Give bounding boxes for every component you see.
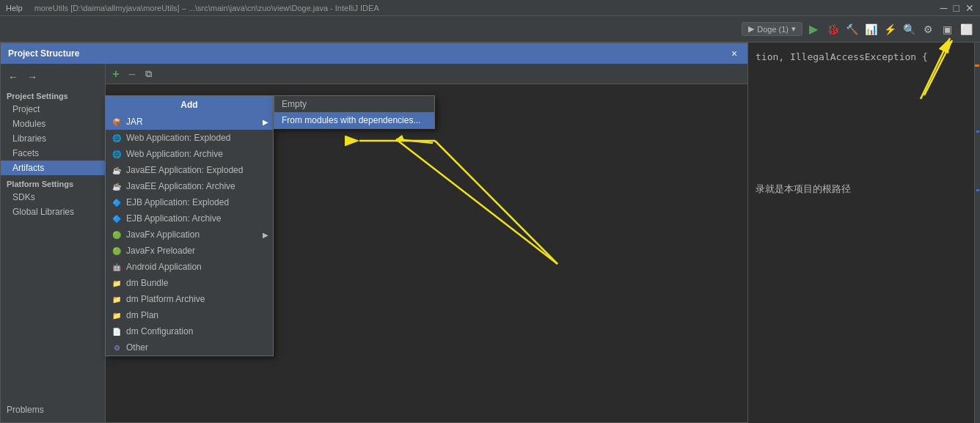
menu-item-dm-platform-label: dm Platform Archive xyxy=(126,294,205,304)
menu-item-javafx-preloader[interactable]: 🟢 JavaFx Preloader xyxy=(106,243,273,259)
editor-line-1: tion, IllegalAccessException { xyxy=(756,50,973,65)
ejb-archive-icon: 🔷 xyxy=(111,213,122,224)
javafx-app-icon: 🟢 xyxy=(111,229,122,240)
menu-item-dm-config[interactable]: 📄 dm Configuration xyxy=(106,323,273,339)
menu-item-dm-plan-label: dm Plan xyxy=(126,310,158,320)
javaee-archive-icon: ☕ xyxy=(111,181,122,191)
menu-item-dm-bundle-label: dm Bundle xyxy=(126,278,168,288)
artifacts-toolbar: + – ⧉ xyxy=(106,64,747,84)
run-button[interactable]: ▶ xyxy=(805,21,822,37)
run-config-chevron: ▾ xyxy=(791,24,796,34)
code-text-1: tion, IllegalAccessException { xyxy=(756,51,928,62)
search-everywhere-button[interactable]: 🔍 xyxy=(901,21,917,37)
other-icon: ⚙ xyxy=(111,342,122,353)
gutter-mark-3 xyxy=(976,189,979,191)
add-artifact-button[interactable]: + xyxy=(109,67,123,81)
menu-item-android-app[interactable]: 🤖 Android Application xyxy=(106,259,273,275)
menu-item-other[interactable]: ⚙ Other xyxy=(106,339,273,356)
submenu-empty[interactable]: Empty xyxy=(274,96,434,112)
dialog-titlebar: Project Structure × xyxy=(1,43,747,64)
gutter-mark-1 xyxy=(975,65,979,67)
editor-content: tion, IllegalAccessException { 录就是本项目的根路… xyxy=(748,43,980,204)
build-button[interactable]: 🔨 xyxy=(844,21,860,37)
remove-artifact-button[interactable]: – xyxy=(125,67,139,81)
sidebar-item-modules[interactable]: Modules xyxy=(1,117,105,131)
submenu-from-modules[interactable]: From modules with dependencies... xyxy=(274,112,434,128)
sidebar-item-libraries[interactable]: Libraries xyxy=(1,131,105,146)
title-bar: Help moreUtils [D:\daima\allmyjava\moreU… xyxy=(0,0,980,16)
jar-submenu: Empty From modules with dependencies... xyxy=(274,95,435,129)
dm-platform-icon: 📁 xyxy=(111,294,122,304)
coverage-button[interactable]: 📊 xyxy=(863,21,879,37)
maximize-btn[interactable]: □ xyxy=(954,2,959,14)
gutter-mark-2 xyxy=(976,130,979,133)
android-app-icon: 🤖 xyxy=(111,262,122,272)
add-menu: Add 📦 JAR ▶ 🌐 Web Application: Exploded … xyxy=(105,95,274,356)
menu-item-dm-config-label: dm Configuration xyxy=(126,326,193,336)
menu-item-ejb-archive-label: EJB Application: Archive xyxy=(126,213,221,224)
project-sidebar: ← → Project Settings Project Modules Lib… xyxy=(1,64,106,422)
menu-item-javafx-preloader-label: JavaFx Preloader xyxy=(126,246,195,256)
menu-item-dm-plan[interactable]: 📁 dm Plan xyxy=(106,307,273,323)
menu-item-javaee-exploded[interactable]: ☕ JavaEE Application: Exploded xyxy=(106,162,273,178)
web-exploded-icon: 🌐 xyxy=(111,133,122,143)
sidebar-item-global-libraries[interactable]: Global Libraries xyxy=(1,205,105,219)
run-config-label: Doge (1) xyxy=(757,25,789,34)
sidebar-item-project[interactable]: Project xyxy=(1,102,105,117)
sidebar-item-sdks[interactable]: SDKs xyxy=(1,190,105,205)
copy-artifact-button[interactable]: ⧉ xyxy=(141,67,156,81)
menu-item-javaee-archive[interactable]: ☕ JavaEE Application: Archive xyxy=(106,178,273,194)
editor-gutter xyxy=(974,43,980,423)
menu-item-dm-bundle[interactable]: 📁 dm Bundle xyxy=(106,275,273,291)
menu-item-ejb-exploded[interactable]: 🔷 EJB Application: Exploded xyxy=(106,194,273,210)
help-menu[interactable]: Help xyxy=(6,4,23,12)
restore-window-button[interactable]: ⬜ xyxy=(958,21,974,37)
editor-area: tion, IllegalAccessException { 录就是本项目的根路… xyxy=(748,43,980,423)
nav-forward-button[interactable]: → xyxy=(24,70,40,84)
menu-item-web-exploded[interactable]: 🌐 Web Application: Exploded xyxy=(106,130,273,146)
window-title: moreUtils [D:\daima\allmyjava\moreUtils]… xyxy=(34,4,379,12)
menu-item-dm-platform[interactable]: 📁 dm Platform Archive xyxy=(106,291,273,307)
dm-config-icon: 📄 xyxy=(111,326,122,336)
menu-item-jar-label: JAR xyxy=(126,117,143,127)
profile-button[interactable]: ⚡ xyxy=(882,21,898,37)
run-config-icon: ▶ xyxy=(748,24,754,34)
menu-item-android-app-label: Android Application xyxy=(126,262,202,272)
editor-chinese-line: 录就是本项目的根路径 xyxy=(756,182,973,196)
chinese-text: 录就是本项目的根路径 xyxy=(756,183,851,194)
add-menu-header: Add xyxy=(106,96,273,114)
project-settings-label: Project Settings xyxy=(1,87,105,102)
menu-item-javaee-archive-label: JavaEE Application: Archive xyxy=(126,181,235,191)
menu-item-web-exploded-label: Web Application: Exploded xyxy=(126,133,231,143)
jar-submenu-arrow: ▶ xyxy=(263,118,268,126)
menu-item-javafx-app-label: JavaFx Application xyxy=(126,229,200,240)
main-toolbar: ▶ Doge (1) ▾ ▶ 🐞 🔨 📊 ⚡ 🔍 ⚙ ▣ ⬜ xyxy=(0,16,980,43)
menu-item-web-archive[interactable]: 🌐 Web Application: Archive xyxy=(106,146,273,162)
dm-plan-icon: 📁 xyxy=(111,310,122,320)
sidebar-item-problems[interactable]: Problems xyxy=(1,400,106,419)
settings-button[interactable]: ⚙ xyxy=(920,21,936,37)
ejb-exploded-icon: 🔷 xyxy=(111,197,122,207)
run-config-dropdown[interactable]: ▶ Doge (1) ▾ xyxy=(742,22,802,36)
jar-icon: 📦 xyxy=(111,117,122,127)
platform-settings-label: Platform Settings xyxy=(1,175,105,190)
dialog-close-button[interactable]: × xyxy=(728,48,740,59)
debug-button[interactable]: 🐞 xyxy=(824,21,841,37)
menu-item-other-label: Other xyxy=(126,342,148,353)
menu-item-javaee-exploded-label: JavaEE Application: Exploded xyxy=(126,165,243,175)
menu-item-ejb-archive[interactable]: 🔷 EJB Application: Archive xyxy=(106,210,273,227)
menu-item-web-archive-label: Web Application: Archive xyxy=(126,149,223,159)
sidebar-item-artifacts[interactable]: Artifacts xyxy=(1,161,105,175)
web-archive-icon: 🌐 xyxy=(111,149,122,159)
minimize-btn[interactable]: ─ xyxy=(940,2,948,14)
dm-bundle-icon: 📁 xyxy=(111,278,122,288)
nav-back-button[interactable]: ← xyxy=(5,70,21,84)
window-layout-button[interactable]: ▣ xyxy=(939,21,955,37)
menu-item-jar[interactable]: 📦 JAR ▶ xyxy=(106,114,273,130)
sidebar-item-facets[interactable]: Facets xyxy=(1,146,105,161)
menu-item-javafx-app[interactable]: 🟢 JavaFx Application ▶ xyxy=(106,227,273,243)
dialog-title: Project Structure xyxy=(8,48,79,59)
javafx-preloader-icon: 🟢 xyxy=(111,246,122,256)
menu-item-ejb-exploded-label: EJB Application: Exploded xyxy=(126,197,229,207)
close-btn[interactable]: ✕ xyxy=(965,2,974,14)
